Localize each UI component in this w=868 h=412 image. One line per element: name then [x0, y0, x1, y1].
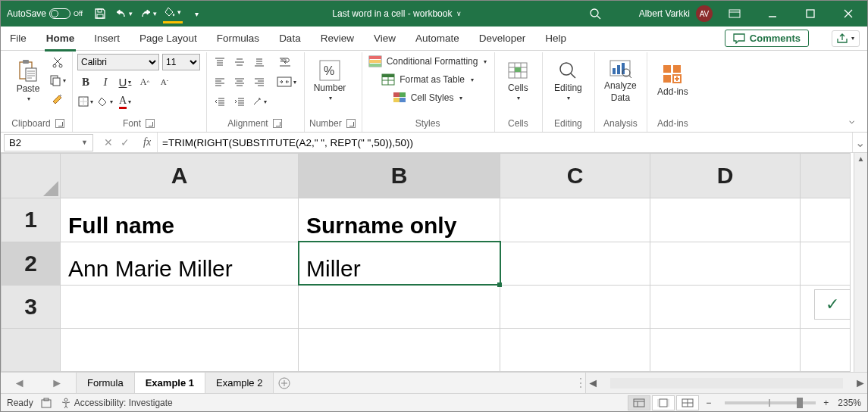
- cell-b2[interactable]: Miller: [299, 242, 500, 285]
- new-sheet-button[interactable]: [274, 373, 295, 393]
- cancel-formula-icon[interactable]: ✕: [104, 136, 113, 148]
- align-right-button[interactable]: [251, 73, 268, 90]
- decrease-indent-button[interactable]: [212, 93, 228, 110]
- zoom-level[interactable]: 235%: [838, 398, 861, 408]
- tab-home[interactable]: Home: [45, 30, 77, 47]
- vertical-scrollbar[interactable]: ▲: [854, 153, 867, 372]
- undo-button[interactable]: ▾: [114, 4, 134, 23]
- cell-d2[interactable]: [650, 242, 801, 285]
- cells-button[interactable]: Cells▾: [500, 54, 536, 107]
- tab-review[interactable]: Review: [319, 30, 356, 47]
- col-header-e[interactable]: [801, 154, 851, 198]
- sheet-tab-formula[interactable]: Formula: [77, 373, 135, 393]
- redo-button[interactable]: ▾: [139, 4, 158, 23]
- sheet-nav-next[interactable]: ►: [51, 376, 63, 390]
- align-left-button[interactable]: [212, 73, 228, 90]
- font-launcher[interactable]: [146, 119, 155, 128]
- col-header-c[interactable]: C: [500, 154, 650, 198]
- formula-input[interactable]: =TRIM(RIGHT(SUBSTITUTE(A2," ", REPT(" ",…: [157, 133, 852, 152]
- tab-data[interactable]: Data: [277, 30, 302, 47]
- horizontal-scrollbar[interactable]: ◄ ►: [585, 373, 867, 393]
- zoom-out-button[interactable]: −: [706, 398, 711, 408]
- qat-customize-button[interactable]: ▾: [187, 4, 207, 23]
- cell-e1[interactable]: [801, 198, 851, 242]
- cell-a1[interactable]: Full name: [61, 198, 299, 242]
- tab-formulas[interactable]: Formulas: [215, 30, 261, 47]
- cell-d3[interactable]: [650, 285, 801, 328]
- sheet-tab-example1[interactable]: Example 1: [135, 373, 205, 393]
- tab-help[interactable]: Help: [544, 30, 568, 47]
- row-header-4[interactable]: [2, 328, 61, 371]
- align-middle-button[interactable]: [231, 54, 248, 70]
- document-title[interactable]: Last word in a cell - workbook: [332, 8, 452, 19]
- user-avatar[interactable]: AV: [696, 5, 713, 22]
- cell-c2[interactable]: [500, 242, 650, 285]
- user-name[interactable]: Albert Varkki: [639, 8, 690, 19]
- decrease-font-button[interactable]: Aˇ: [156, 73, 173, 90]
- cell-a2[interactable]: Ann Marie Miller: [61, 242, 299, 285]
- format-as-table-button[interactable]: Format as Table▾: [367, 72, 489, 87]
- search-icon[interactable]: [588, 6, 603, 21]
- merge-center-button[interactable]: ▾: [275, 73, 298, 90]
- conditional-formatting-button[interactable]: Conditional Formatting▾: [367, 54, 489, 69]
- scroll-right-button[interactable]: ►: [854, 376, 867, 390]
- tab-page-layout[interactable]: Page Layout: [138, 30, 199, 47]
- underline-button[interactable]: U▾: [117, 73, 133, 90]
- minimize-button[interactable]: [757, 1, 788, 27]
- name-box[interactable]: B2 ▼: [4, 134, 93, 151]
- bold-button[interactable]: B: [77, 73, 94, 90]
- col-header-d[interactable]: D: [650, 154, 801, 198]
- increase-indent-button[interactable]: [231, 93, 248, 110]
- row-header-2[interactable]: 2: [2, 242, 61, 285]
- alignment-launcher[interactable]: [273, 119, 282, 128]
- cell-b4[interactable]: [299, 328, 500, 371]
- row-header-3[interactable]: 3: [2, 285, 61, 328]
- cell-c3[interactable]: [500, 285, 650, 328]
- cell-b1[interactable]: Surname only: [299, 198, 500, 242]
- tab-automate[interactable]: Automate: [414, 30, 461, 47]
- cell-a4[interactable]: [61, 328, 299, 371]
- comments-button[interactable]: Comments: [725, 30, 809, 47]
- maximize-button[interactable]: [794, 1, 826, 27]
- sheet-tab-example2[interactable]: Example 2: [205, 373, 274, 393]
- font-color-button[interactable]: A▾: [117, 93, 133, 110]
- macro-record-icon[interactable]: [41, 398, 53, 408]
- validation-checkmark-icon[interactable]: ✓: [814, 289, 851, 320]
- close-button[interactable]: [832, 1, 864, 27]
- copy-button[interactable]: ▾: [49, 72, 66, 89]
- format-painter-button[interactable]: [49, 90, 66, 107]
- collapse-ribbon-button[interactable]: ⌵: [843, 112, 860, 129]
- name-box-dropdown-icon[interactable]: ▼: [81, 139, 88, 146]
- scroll-left-button[interactable]: ◄: [586, 376, 600, 390]
- number-launcher[interactable]: [346, 119, 356, 128]
- italic-button[interactable]: I: [97, 73, 114, 90]
- sheet-nav-prev[interactable]: ◄: [14, 376, 26, 390]
- col-header-a[interactable]: A: [61, 154, 299, 198]
- align-bottom-button[interactable]: [251, 54, 268, 70]
- paste-button[interactable]: Paste ▾: [10, 54, 46, 107]
- addins-button[interactable]: Add-ins: [652, 54, 693, 107]
- share-button[interactable]: ▾: [832, 30, 860, 47]
- view-normal-button[interactable]: [628, 395, 650, 410]
- cell-c1[interactable]: [500, 198, 650, 242]
- ribbon-mode-button[interactable]: [719, 1, 750, 27]
- cell-d1[interactable]: [650, 198, 801, 242]
- wrap-text-button[interactable]: ab: [275, 54, 298, 70]
- enter-formula-icon[interactable]: ✓: [121, 136, 130, 148]
- fx-icon[interactable]: fx: [137, 136, 157, 148]
- analyze-data-button[interactable]: Analyze Data: [600, 54, 641, 107]
- cell-e2[interactable]: [801, 242, 851, 285]
- clipboard-launcher[interactable]: [55, 119, 64, 128]
- accessibility-icon[interactable]: [61, 398, 71, 408]
- font-size-select[interactable]: 11: [162, 54, 200, 70]
- cell-b3[interactable]: [299, 285, 500, 328]
- tab-developer[interactable]: Developer: [478, 30, 528, 47]
- cut-button[interactable]: [49, 54, 66, 70]
- view-page-layout-button[interactable]: [652, 395, 675, 410]
- align-center-button[interactable]: [231, 73, 248, 90]
- accessibility-status[interactable]: Accessibility: Investigate: [74, 398, 173, 408]
- tab-file[interactable]: File: [8, 30, 28, 47]
- orientation-button[interactable]: ▾: [251, 93, 268, 110]
- tab-insert[interactable]: Insert: [92, 30, 121, 47]
- zoom-in-button[interactable]: +: [823, 398, 829, 408]
